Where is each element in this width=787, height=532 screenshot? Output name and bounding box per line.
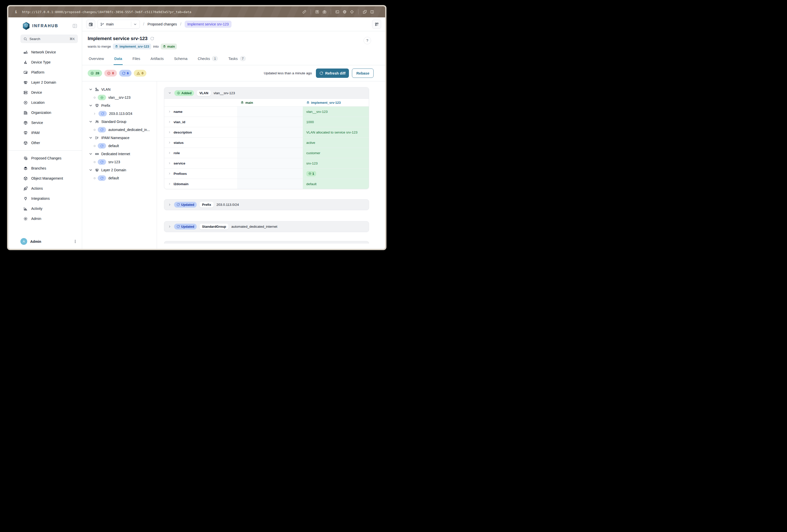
sidebar-item-label: IPAM	[31, 131, 40, 135]
chevron-right-icon	[168, 131, 171, 134]
tab-files[interactable]: Files	[132, 54, 141, 65]
sidebar-item-platform[interactable]: Platform	[20, 67, 80, 77]
chevron-right-icon	[168, 172, 171, 175]
sidebar-item-layer-2-domain[interactable]: Layer 2 Domain	[20, 77, 80, 87]
tab-artifacts[interactable]: Artifacts	[150, 54, 164, 65]
tree-leaf-srv-123[interactable]: srv-123	[82, 158, 155, 166]
attribute-description[interactable]: description	[164, 127, 237, 137]
browser-terminal-icon[interactable]	[335, 10, 339, 14]
date-picker-button[interactable]	[86, 20, 95, 29]
sidebar-item-network-device[interactable]: Network Device	[20, 47, 80, 57]
diff-card-prefix[interactable]: Updated Prefix 203.0.113.0/24	[164, 199, 369, 210]
search-input[interactable]: Search ⌘K	[20, 35, 78, 43]
diff-card-header[interactable]: Added VLAN vlan__srv-123	[164, 87, 369, 99]
sidebar-item-device-type[interactable]: Device Type	[20, 57, 80, 67]
help-button[interactable]: ?	[363, 37, 371, 44]
attribute-service[interactable]: service	[164, 158, 237, 168]
sidebar-item-label: Branches	[31, 166, 46, 170]
main-value-cell	[237, 148, 303, 158]
schema-visualizer-button[interactable]	[372, 20, 381, 29]
object-name: vlan__srv-123	[214, 91, 235, 95]
kebab-menu-icon[interactable]	[73, 239, 77, 243]
sidebar-item-object-management[interactable]: Object Management	[20, 173, 80, 184]
attribute-status[interactable]: status	[164, 137, 237, 148]
user-menu[interactable]: A Admin	[8, 235, 82, 249]
tab-overview[interactable]: Overview	[88, 54, 104, 65]
attribute-l2domain[interactable]: l2domain	[164, 178, 237, 189]
chevron-right-icon[interactable]	[93, 112, 96, 115]
chevron-right-icon	[168, 141, 171, 144]
tree-node-ipam-namespace[interactable]: IPAM Namespace	[82, 134, 155, 142]
sidebar-item-organization[interactable]: Organization	[20, 108, 80, 118]
tree-leaf-label: automated_dedicated_in...	[108, 128, 150, 132]
tree-node-prefix[interactable]: IP Prefix	[82, 102, 155, 110]
tree-node-dedicated-internet[interactable]: Dedicated Internet	[82, 150, 155, 158]
attribute-label: Prefixes	[174, 172, 187, 175]
sidebar-item-proposed-changes[interactable]: Proposed Changes	[20, 153, 80, 163]
bullet-icon	[94, 161, 95, 163]
sidebar-item-actions[interactable]: Actions	[20, 184, 80, 193]
rebase-button[interactable]: Rebase	[352, 68, 374, 78]
tree-leaf-default[interactable]: default	[82, 174, 155, 182]
sidebar-item-branches[interactable]: Branches	[20, 163, 80, 173]
sidebar-item-ipam[interactable]: IPIPAM	[20, 128, 80, 138]
tree-leaf-203-0-113-0-24[interactable]: 203.0.113.0/24	[82, 110, 155, 118]
sidebar-item-integrations[interactable]: Integrations	[20, 193, 80, 204]
stat-added: 28	[88, 70, 102, 77]
attribute-vlan_id[interactable]: vlan_id	[164, 116, 237, 127]
object-kind-badge: StandardGroup	[199, 224, 229, 230]
breadcrumb-proposed-changes[interactable]: Proposed changes	[147, 22, 177, 26]
tree-leaf-automated-dedicated-in-[interactable]: automated_dedicated_in...	[82, 126, 155, 134]
browser-columns-icon[interactable]	[370, 10, 374, 14]
stat-value: 6	[127, 71, 129, 75]
tree-node-label: IPAM Namespace	[101, 136, 129, 140]
sidebar-item-service[interactable]: Service	[20, 118, 80, 128]
chevron-down-icon	[133, 22, 137, 26]
tree-node-vlan[interactable]: VLAN	[82, 85, 155, 93]
sidebar-group: Network DeviceDevice TypePlatformLayer 2…	[8, 45, 82, 150]
main-value-cell	[237, 158, 303, 168]
title-panel: Implement service srv-123 wants to merge…	[82, 31, 385, 50]
sidebar-item-device[interactable]: Device	[20, 87, 80, 98]
refresh-icon[interactable]	[150, 37, 154, 41]
url-text[interactable]: http://127.0.0.1:8000/proposed-changes/1…	[22, 10, 299, 14]
browser-globe-icon[interactable]	[343, 10, 347, 14]
attribute-name[interactable]: name	[164, 106, 237, 116]
sidebar-item-label: Other	[31, 141, 40, 145]
browser-image-icon[interactable]	[315, 10, 319, 14]
tree-node-layer-2-domain[interactable]: Layer 2 Domain	[82, 166, 155, 174]
diff-content: VLANvlan__srv-123 IP Prefix203.0.113.0/2…	[82, 81, 385, 249]
modem-icon	[95, 152, 99, 156]
browser-crosshair-icon[interactable]	[350, 10, 354, 14]
branch-selector[interactable]: main	[98, 20, 140, 29]
refresh-diff-button[interactable]: Refresh diff	[316, 68, 349, 78]
breadcrumb-current[interactable]: Implement service srv-123	[185, 21, 232, 28]
sidebar-group: Proposed ChangesBranchesObject Managemen…	[8, 150, 82, 226]
sidebar-item-location[interactable]: Location	[20, 98, 80, 108]
sidebar-item-activity[interactable]: Activity	[20, 204, 80, 214]
activity-icon	[23, 207, 28, 211]
browser-puzzle-icon[interactable]	[363, 10, 367, 14]
tab-badge: 7	[240, 56, 246, 61]
tab-bar: Overview Data Files Artifacts Schema Che…	[82, 54, 385, 65]
branch-selector-value: main	[106, 22, 114, 26]
tab-data[interactable]: Data	[114, 54, 123, 65]
sidebar-collapse-button[interactable]	[72, 23, 77, 28]
tab-tasks[interactable]: Tasks 7	[228, 54, 246, 65]
change-badge-updated	[98, 175, 106, 181]
tree-leaf-vlan-srv-123[interactable]: vlan__srv-123	[82, 93, 155, 102]
main-value-cell	[237, 106, 303, 116]
tab-schema[interactable]: Schema	[174, 54, 188, 65]
stat-removed: 0	[104, 70, 117, 77]
sidebar-item-admin[interactable]: Admin	[20, 214, 80, 224]
bullet-icon	[94, 177, 95, 179]
tree-leaf-default[interactable]: default	[82, 142, 155, 150]
browser-link-icon[interactable]	[302, 10, 306, 14]
tab-checks[interactable]: Checks 1	[197, 54, 218, 65]
attribute-role[interactable]: role	[164, 148, 237, 158]
browser-camera-icon[interactable]	[322, 10, 326, 14]
sidebar-item-other[interactable]: Other	[20, 138, 80, 148]
attribute-prefixes[interactable]: Prefixes	[164, 168, 237, 178]
tree-node-standard-group[interactable]: Standard Group	[82, 118, 155, 126]
diff-card-standardgroup[interactable]: Updated StandardGroup automated_dedicate…	[164, 221, 369, 232]
